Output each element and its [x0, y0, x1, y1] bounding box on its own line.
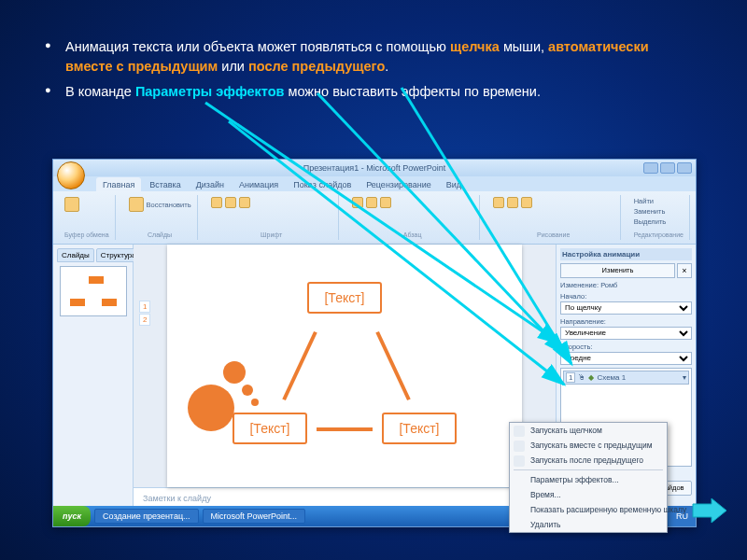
underline-icon[interactable] — [239, 197, 250, 208]
ribbon-group-drawing: Рисование — [487, 195, 621, 240]
quickstyles-icon[interactable] — [521, 197, 532, 208]
start-select[interactable]: По щелчку — [560, 301, 692, 315]
shape-icon[interactable] — [493, 197, 504, 208]
titlebar: Презентация1 - Microsoft PowerPoint — [53, 160, 696, 176]
mouse-icon: 🖱 — [578, 373, 585, 382]
powerpoint-window: Презентация1 - Microsoft PowerPoint Глав… — [52, 159, 697, 527]
direction-label: Направление: — [560, 317, 692, 326]
ribbon-group-font: Шрифт — [205, 195, 339, 240]
minimize-button[interactable] — [643, 162, 658, 174]
select-button[interactable]: Выделить — [634, 217, 667, 226]
window-title: Презентация1 - Microsoft PowerPoint — [303, 163, 445, 173]
find-button[interactable]: Найти — [634, 197, 654, 205]
paste-icon[interactable] — [64, 197, 79, 212]
start-label: Начало: — [560, 292, 692, 301]
smartart-arrow — [282, 331, 317, 400]
ribbon-group-editing: Найти Заменить Выделить Редактирование — [628, 195, 690, 240]
bullet-2: В команде Параметры эффектов можно выста… — [65, 82, 691, 102]
slide-nav-pane: Слайды Структура — [53, 245, 134, 511]
new-slide-icon[interactable] — [129, 197, 144, 212]
start-button[interactable]: пуск — [53, 506, 91, 526]
close-button[interactable] — [677, 162, 692, 174]
ribbon-tabs: Главная Вставка Дизайн Анимация Показ сл… — [53, 176, 696, 191]
replace-button[interactable]: Заменить — [634, 207, 666, 216]
anim-tag-1: 1 — [139, 301, 150, 313]
menu-start-after-prev[interactable]: Запускать после предыдущего — [510, 453, 667, 468]
speed-select[interactable]: Средне — [560, 352, 692, 365]
tab-animation[interactable]: Анимация — [233, 177, 285, 191]
menu-show-timeline[interactable]: Показать расширенную временную шкалу — [510, 502, 667, 517]
after-prev-icon — [514, 455, 525, 467]
ribbon: Буфер обмена Восстановить Слайды Шрифт А… — [53, 191, 696, 245]
speed-label: Скорость: — [560, 343, 692, 351]
hl-effect-options: Параметры эффектов — [135, 84, 285, 99]
tab-design[interactable]: Дизайн — [190, 177, 231, 191]
decor-circle — [188, 385, 234, 431]
anim-tag-2: 2 — [139, 314, 150, 326]
taskbar-item[interactable]: Создание презентац... — [94, 509, 198, 524]
menu-timing[interactable]: Время... — [510, 487, 667, 502]
smartart-node-left[interactable]: [Текст] — [233, 413, 307, 444]
menu-effect-options[interactable]: Параметры эффектов... — [510, 472, 667, 487]
direction-select[interactable]: Увеличение — [560, 327, 692, 340]
smartart-arrow — [375, 331, 410, 400]
tab-insert[interactable]: Вставка — [143, 177, 187, 191]
italic-icon[interactable] — [225, 197, 236, 208]
arrange-icon[interactable] — [507, 197, 518, 208]
tab-view[interactable]: Вид — [440, 177, 468, 191]
smartart-arrow — [317, 427, 373, 431]
ribbon-group-slides: Восстановить Слайды — [123, 195, 198, 240]
remove-effect-button[interactable]: × — [677, 263, 692, 278]
menu-start-with-prev[interactable]: Запускать вместе с предыдущим — [510, 438, 667, 453]
maximize-button[interactable] — [660, 162, 675, 174]
decor-circle — [223, 361, 246, 384]
tab-home[interactable]: Главная — [96, 177, 141, 191]
change-effect-button[interactable]: Изменить — [560, 263, 675, 278]
work-area: Слайды Структура 1 2 [Текст] [Текст] [Те… — [53, 245, 696, 511]
tab-review[interactable]: Рецензирование — [359, 177, 438, 191]
effect-icon: ◆ — [588, 373, 594, 382]
mouse-icon — [514, 426, 525, 437]
animation-context-menu: Запускать щелчком Запускать вместе с пре… — [509, 422, 668, 533]
slide-content: [Текст] [Текст] [Текст] — [167, 245, 522, 487]
align-left-icon[interactable] — [352, 197, 363, 208]
tab-slideshow[interactable]: Показ слайдов — [287, 177, 358, 191]
decor-circle — [242, 385, 253, 396]
menu-separator — [514, 469, 663, 470]
align-center-icon[interactable] — [366, 197, 377, 208]
decor-circle — [251, 399, 259, 406]
smartart-node-top[interactable]: [Текст] — [307, 282, 382, 314]
dropdown-icon[interactable]: ▾ — [683, 373, 686, 382]
smartart-node-right[interactable]: [Текст] — [382, 413, 457, 444]
bullet-1: Анимация текста или объекта может появля… — [65, 37, 691, 77]
menu-start-onclick[interactable]: Запускать щелчком — [510, 423, 667, 438]
office-button[interactable] — [57, 161, 85, 189]
next-slide-arrow[interactable] — [691, 497, 728, 525]
hl-after-prev: после предыдущего — [248, 59, 385, 74]
align-right-icon[interactable] — [380, 197, 391, 208]
animation-list-item[interactable]: 1 🖱 ◆ Схема 1 ▾ — [563, 371, 689, 385]
slide-thumbnail-1[interactable] — [60, 266, 127, 316]
with-prev-icon — [514, 441, 525, 452]
ribbon-group-paragraph: Абзац — [346, 195, 480, 240]
taskbar-item[interactable]: Microsoft PowerPoint... — [203, 509, 306, 524]
slide-canvas[interactable]: 1 2 [Текст] [Текст] [Текст] — [134, 245, 556, 487]
nav-tab-slides[interactable]: Слайды — [57, 248, 94, 262]
hl-click: щелчка — [450, 39, 500, 54]
menu-remove[interactable]: Удалить — [510, 517, 667, 532]
slide-bullets: Анимация текста или объекта может появля… — [0, 0, 747, 102]
bold-icon[interactable] — [211, 197, 222, 208]
ribbon-group-clipboard: Буфер обмена — [59, 195, 116, 240]
canvas-area: 1 2 [Текст] [Текст] [Текст] Заметки к сл… — [134, 245, 556, 511]
task-pane-title: Настройка анимации — [560, 248, 692, 260]
modify-label: Изменение: Ромб — [560, 281, 692, 289]
